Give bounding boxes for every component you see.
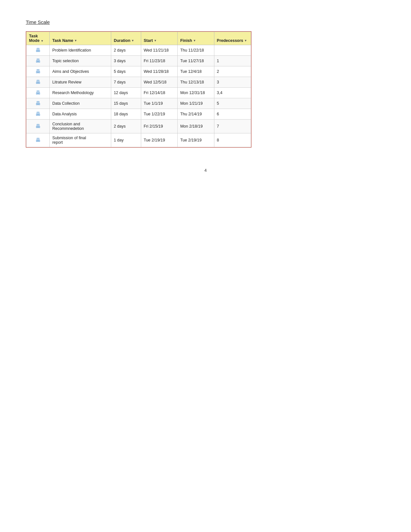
col-header-task-mode-label: TaskMode	[29, 34, 40, 43]
task-name-cell: Submission of final report	[50, 133, 111, 147]
task-mode-icon: 🖶	[35, 101, 41, 106]
col-header-start-label: Start	[144, 38, 153, 43]
start-cell: Fri 11/23/18	[141, 56, 177, 66]
finish-cell: Thu 11/22/18	[178, 45, 214, 56]
task-name-cell: Litrature Review	[50, 77, 111, 88]
task-mode-dropdown-arrow[interactable]: ▼	[41, 39, 44, 43]
duration-cell: 1 day	[111, 133, 141, 147]
col-header-task-name-label: Task Name	[52, 38, 73, 43]
col-header-finish-label: Finish	[180, 38, 192, 43]
predecessors-cell: 3,4	[214, 88, 251, 98]
task-name-cell: Topic selection	[50, 56, 111, 66]
page-title: Time Scale	[26, 19, 385, 25]
predecessors-dropdown-arrow[interactable]: ▼	[244, 39, 247, 42]
col-header-finish[interactable]: Finish ▼	[178, 32, 214, 45]
task-name-cell: Data Analysis	[50, 109, 111, 120]
table-row: 🖶Problem Identification2 daysWed 11/21/1…	[26, 45, 251, 56]
table-header-row: TaskMode ▼ Task Name ▼ Duration ▼	[26, 32, 251, 45]
task-name-cell: Conclusion and Recommnedetion	[50, 120, 111, 133]
start-cell: Wed 11/21/18	[141, 45, 177, 56]
col-header-start[interactable]: Start ▼	[141, 32, 177, 45]
task-name-dropdown-arrow[interactable]: ▼	[74, 39, 77, 42]
predecessors-cell: 3	[214, 77, 251, 88]
table-body: 🖶Problem Identification2 daysWed 11/21/1…	[26, 45, 251, 147]
table-row: 🖶Aims and Objectives5 daysWed 11/28/18Tu…	[26, 66, 251, 77]
finish-dropdown-arrow[interactable]: ▼	[193, 39, 196, 42]
task-name-cell: Aims and Objectives	[50, 66, 111, 77]
table-row: 🖶Research Methodology12 daysFri 12/14/18…	[26, 88, 251, 98]
start-cell: Tue 1/22/19	[141, 109, 177, 120]
gantt-table: TaskMode ▼ Task Name ▼ Duration ▼	[26, 32, 251, 147]
duration-cell: 7 days	[111, 77, 141, 88]
predecessors-cell	[214, 45, 251, 56]
finish-cell: Thu 2/14/19	[178, 109, 214, 120]
predecessors-cell: 1	[214, 56, 251, 66]
finish-cell: Mon 2/18/19	[178, 120, 214, 133]
start-cell: Tue 2/19/19	[141, 133, 177, 147]
predecessors-cell: 5	[214, 98, 251, 109]
task-mode-cell: 🖶	[26, 77, 50, 88]
col-header-duration-label: Duration	[114, 38, 130, 43]
gantt-table-wrapper: TaskMode ▼ Task Name ▼ Duration ▼	[26, 31, 251, 148]
task-mode-cell: 🖶	[26, 98, 50, 109]
duration-cell: 18 days	[111, 109, 141, 120]
start-cell: Tue 1/1/19	[141, 98, 177, 109]
task-mode-cell: 🖶	[26, 120, 50, 133]
task-mode-icon: 🖶	[35, 90, 41, 95]
col-header-task-mode[interactable]: TaskMode ▼	[26, 32, 50, 45]
table-row: 🖶Submission of final report1 dayTue 2/19…	[26, 133, 251, 147]
finish-cell: Tue 12/4/18	[178, 66, 214, 77]
task-mode-icon: 🖶	[35, 69, 41, 74]
task-mode-cell: 🖶	[26, 66, 50, 77]
table-row: 🖶Litrature Review7 daysWed 12/5/18Thu 12…	[26, 77, 251, 88]
duration-cell: 15 days	[111, 98, 141, 109]
start-cell: Fri 12/14/18	[141, 88, 177, 98]
finish-cell: Mon 1/21/19	[178, 98, 214, 109]
task-mode-cell: 🖶	[26, 109, 50, 120]
task-mode-icon: 🖶	[35, 79, 41, 85]
finish-cell: Tue 11/27/18	[178, 56, 214, 66]
table-row: 🖶Conclusion and Recommnedetion2 daysFri …	[26, 120, 251, 133]
duration-cell: 2 days	[111, 120, 141, 133]
duration-cell: 2 days	[111, 45, 141, 56]
finish-cell: Thu 12/13/18	[178, 77, 214, 88]
task-mode-icon: 🖶	[35, 47, 41, 53]
duration-cell: 12 days	[111, 88, 141, 98]
predecessors-cell: 2	[214, 66, 251, 77]
col-header-predecessors-label: Predecessors	[217, 38, 243, 43]
col-header-duration[interactable]: Duration ▼	[111, 32, 141, 45]
task-mode-icon: 🖶	[35, 58, 41, 63]
task-mode-icon: 🖶	[35, 111, 41, 117]
predecessors-cell: 6	[214, 109, 251, 120]
start-cell: Wed 12/5/18	[141, 77, 177, 88]
table-row: 🖶Data Analysis18 daysTue 1/22/19Thu 2/14…	[26, 109, 251, 120]
duration-cell: 5 days	[111, 66, 141, 77]
task-mode-icon: 🖶	[35, 123, 41, 129]
start-dropdown-arrow[interactable]: ▼	[154, 39, 157, 42]
task-mode-icon: 🖶	[35, 137, 41, 143]
finish-cell: Mon 12/31/18	[178, 88, 214, 98]
task-name-cell: Problem Identification	[50, 45, 111, 56]
task-mode-cell: 🖶	[26, 56, 50, 66]
table-row: 🖶Topic selection3 daysFri 11/23/18Tue 11…	[26, 56, 251, 66]
table-row: 🖶Data Collection15 daysTue 1/1/19Mon 1/2…	[26, 98, 251, 109]
task-name-cell: Data Collection	[50, 98, 111, 109]
task-name-cell: Research Methodology	[50, 88, 111, 98]
start-cell: Fri 2/15/19	[141, 120, 177, 133]
page-number: 4	[26, 168, 385, 173]
start-cell: Wed 11/28/18	[141, 66, 177, 77]
predecessors-cell: 8	[214, 133, 251, 147]
col-header-predecessors[interactable]: Predecessors ▼	[214, 32, 251, 45]
duration-cell: 3 days	[111, 56, 141, 66]
task-mode-cell: 🖶	[26, 133, 50, 147]
task-mode-cell: 🖶	[26, 45, 50, 56]
task-mode-cell: 🖶	[26, 88, 50, 98]
col-header-task-name[interactable]: Task Name ▼	[50, 32, 111, 45]
duration-dropdown-arrow[interactable]: ▼	[131, 39, 134, 42]
predecessors-cell: 7	[214, 120, 251, 133]
finish-cell: Tue 2/19/19	[178, 133, 214, 147]
